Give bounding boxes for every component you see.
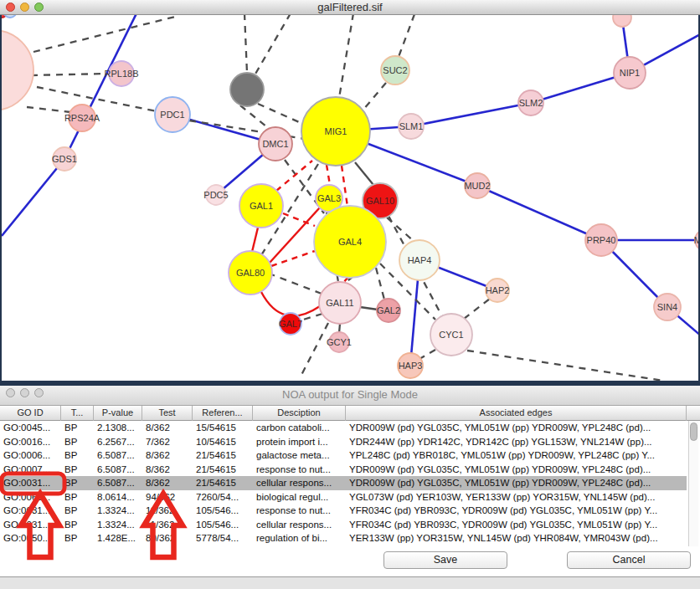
graph-edge-dashed [467,351,663,381]
table-cell: 7/362 [142,435,193,449]
graph-node-gray-node[interactable] [230,73,264,106]
table-row[interactable]: GO:0007...BP6.5087...8/36221/54615respon… [0,463,687,477]
table-cell: BP [61,518,94,532]
graph-node-label-GAL80: GAL80 [236,268,265,278]
table-cell: 1.3324... [94,518,142,532]
column-header-test[interactable]: Test [142,406,193,421]
table-cell: GO:0006... [0,448,61,463]
network-graph: RPL18BRPS24AGDS1PDC1DMC1MIG1SUC2SLM1SLM2… [2,14,700,381]
graph-edge-dashed [271,274,322,294]
graph-node-label-GAL2: GAL2 [377,305,400,315]
graph-edge-dashed [37,87,157,111]
table-cell: YER133W (pp) YOR315W, YNL145W (pd) YHR08… [346,531,687,545]
table-row[interactable]: GO:0065...BP8.0614...94/3627260/54...bio… [0,490,687,504]
save-button[interactable]: Save [383,551,507,569]
table-cell: 8/362 [142,421,193,435]
graph-edge-dashed [399,14,414,57]
table-row[interactable]: GO:0031...BP1.3324...11/362105/546...cel… [0,518,687,532]
table-cell: 8/362 [142,463,193,477]
table-cell: 5778/54... [193,531,253,545]
table-cell: 80/362 [142,531,193,545]
graph-node-big-left[interactable] [2,30,33,110]
table-cell: 6.2567... [94,435,142,449]
table-cell: BP [61,463,94,477]
column-header-desciption[interactable]: Desciption [253,406,346,421]
table-cell: YDR009W (pd) YGL035C, YML051W (pp) YDR00… [346,463,687,477]
table-cell: GO:0045... [0,421,61,435]
table-cell: 11/362 [142,504,193,518]
table-cell: BP [61,421,94,435]
graph-node-label-SLM1: SLM1 [399,121,424,131]
table-cell: 105/546... [193,518,253,532]
noa-output-window: NOA output for Single Mode GO IDT...P-va… [0,386,700,589]
table-cell: 8/362 [142,448,193,463]
graph-edge-dashed [464,299,490,319]
graph-edge-pp [477,186,601,240]
window-title: galFiltered.sif [0,1,700,13]
graph-node-label-GCY1: GCY1 [327,337,352,347]
table-cell: 94/362 [142,490,193,504]
network-canvas[interactable]: RPL18BRPS24AGDS1PDC1DMC1MIG1SUC2SLM1SLM2… [0,14,700,381]
table-cell: 105/546... [193,504,253,518]
table-cell: BP [61,531,94,545]
table-cell: BP [61,448,94,463]
column-header-associated-edges[interactable]: Associated edges [346,406,687,421]
graph-edge-solid [360,307,378,310]
table-cell: response to nut... [253,463,346,477]
table-cell: GO:0016... [0,435,61,449]
table-cell: GO:0031... [0,518,61,532]
table-cell: YFR034C (pd) YBR093C, YDR009W (pd) YGL03… [346,518,687,532]
graph-edge-dashed [255,14,291,75]
table-cell: BP [61,476,94,490]
graph-node-label-CYC1: CYC1 [439,330,463,340]
table-cell: YGL073W (pd) YER103W, YER133W (pp) YOR31… [346,490,687,504]
table-cell: BP [61,490,94,504]
table-cell: GO:0050... [0,531,61,545]
graph-node-label-RPS24A: RPS24A [64,113,100,123]
noa-window-titlebar[interactable]: NOA output for Single Mode [0,386,700,406]
table-cell: BP [61,504,94,518]
scrollbar-thumb[interactable] [690,423,697,441]
graph-node-label-SLM2: SLM2 [519,98,543,108]
table-cell: YDR009W (pd) YGL035C, YML051W (pp) YDR00… [346,476,687,490]
window-title: NOA output for Single Mode [0,388,700,401]
table-cell: YPL248C (pd) YBR018C, YML051W (pp) YDR00… [346,448,687,463]
column-header-referen-[interactable]: Referen... [193,406,253,421]
table-cell: GO:0007... [0,463,61,477]
header-corner [687,406,700,421]
table-row[interactable]: GO:0006...BP6.5087...8/36221/54615galact… [0,448,687,463]
graph-edge-dashed [244,14,247,73]
table-row[interactable]: GO:0031...BP1.3324...11/362105/546...res… [0,504,687,518]
table-cell: 10/54615 [193,435,253,449]
graph-node-label-GAL4: GAL4 [338,237,362,247]
column-header-go-id[interactable]: GO ID [0,406,61,421]
table-row[interactable]: GO:0050...BP1.428E...80/3625778/54...reg… [0,531,687,545]
graph-node-label-GAL1: GAL1 [250,201,273,211]
cancel-button[interactable]: Cancel [567,551,691,569]
table-cell: YDR244W (pp) YDR142C, YDR142C (pp) YGL15… [346,435,687,449]
table-row[interactable]: GO:0031...BP6.5087...8/36221/54615cellul… [0,476,687,490]
graph-edge-pp [2,159,64,236]
graph-edge-dashed [258,104,305,125]
graph-edge-dashed [419,350,435,359]
graph-edge-dashed [240,105,271,131]
table-header-row: GO IDT...P-valueTestReferen...Desciption… [0,406,700,421]
table-cell: 1.3324... [94,504,142,518]
vertical-scrollbar[interactable] [688,421,698,546]
graph-node-label-MUD2: MUD2 [464,181,490,191]
graph-node-label-PDC1: PDC1 [160,110,184,120]
table-cell: biological regul... [253,490,346,504]
graph-node-label-MIG1: MIG1 [325,126,347,136]
graph-edge-dashed [339,14,353,98]
graph-edge-dashed [33,17,175,52]
graph-node-label-GAL7: GAL7 [279,319,302,329]
table-cell: 15/54615 [193,421,253,435]
graph-node-clip-top[interactable] [613,14,631,27]
column-header-p-value[interactable]: P-value [94,406,142,421]
table-row[interactable]: GO:0045...BP2.1308...8/36215/54615carbon… [0,421,687,435]
network-window-titlebar[interactable]: galFiltered.sif [0,0,700,15]
table-row[interactable]: GO:0016...BP6.2567...7/36210/54615protei… [0,435,687,449]
table-cell: cellular respons... [253,518,346,532]
table-cell: 21/54615 [193,448,253,463]
column-header-t-[interactable]: T... [61,406,94,421]
